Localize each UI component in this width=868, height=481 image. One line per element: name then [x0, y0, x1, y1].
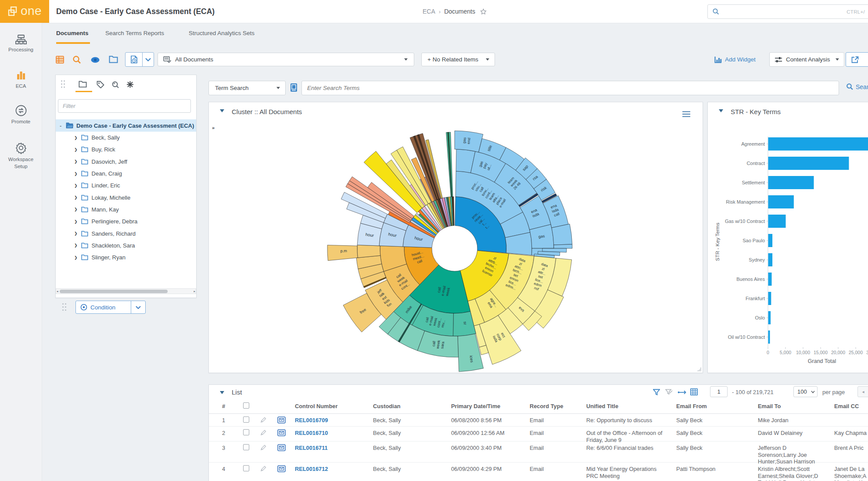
condition-button[interactable]: Condition — [75, 301, 146, 314]
sunburst-segment[interactable] — [554, 244, 572, 248]
folder-tab-icon[interactable] — [79, 81, 87, 88]
tree-folder-row[interactable]: ❯Beck, Sally — [56, 132, 196, 144]
scroll-right-arrow[interactable]: ▸ — [194, 290, 195, 293]
first-page-button[interactable]: ◂ — [857, 386, 868, 397]
scroll-thumb[interactable] — [60, 290, 168, 293]
bar-risk-management[interactable] — [768, 195, 794, 208]
filter-funnel-icon[interactable] — [653, 389, 660, 395]
tree-folder-row[interactable]: ❯Linder, Eric — [56, 179, 196, 191]
search-documents-icon[interactable] — [72, 55, 81, 64]
email-document-icon[interactable] — [277, 465, 286, 472]
chevron-right-icon[interactable]: ❯ — [74, 243, 78, 248]
condition-dropdown[interactable] — [131, 301, 145, 313]
view-selector[interactable]: All Documents — [158, 53, 414, 66]
document-view-button[interactable] — [126, 53, 143, 66]
tree-folder-row[interactable]: ❯Mann, Kay — [56, 204, 196, 215]
row-checkbox[interactable] — [243, 416, 249, 423]
tree-folder-row[interactable]: ❯Perlingiere, Debra — [56, 215, 196, 227]
tree-root-row[interactable]: -Demo Case - Early Case Assessment (ECA) — [56, 119, 196, 132]
chevron-right-icon[interactable]: ❯ — [74, 231, 78, 236]
chevron-right-icon[interactable]: ❯ — [74, 207, 78, 212]
bar-sao-paulo[interactable] — [768, 234, 773, 247]
control-number-link[interactable]: REL0016711 — [295, 445, 328, 452]
folder-icon[interactable] — [109, 56, 118, 63]
chevron-right-icon[interactable]: ❯ — [74, 159, 78, 164]
add-widget-button[interactable]: Add Widget — [714, 53, 756, 66]
col-header-control[interactable]: Control Number — [295, 403, 337, 410]
sunburst-segment[interactable] — [357, 245, 380, 258]
term-search-input[interactable] — [301, 81, 839, 95]
chevron-right-icon[interactable]: ❯ — [74, 195, 78, 200]
table-row[interactable]: 1REL0016709Beck, Sally06/08/2000 8:56 PM… — [209, 414, 868, 427]
email-document-icon[interactable] — [277, 444, 286, 451]
table-row[interactable]: 3REL0016711Beck, Sally06/09/2000 3:40 PM… — [209, 442, 868, 463]
str-key-terms-bar-chart[interactable]: AgreementContractSettlementRisk Manageme… — [708, 102, 868, 373]
chevron-right-icon[interactable]: ❯ — [74, 255, 78, 260]
tree-folder-row[interactable]: ❯Sanders, Richard — [56, 227, 196, 239]
breadcrumb-documents[interactable]: Documents — [444, 8, 475, 15]
search-index-icon[interactable] — [290, 83, 298, 93]
tab-structured-analytics-sets[interactable]: Structured Analytics Sets — [189, 30, 255, 36]
col-header-cc[interactable]: Email CC — [834, 403, 859, 410]
tree-folder-row[interactable]: ❯Lokay, Michelle — [56, 191, 196, 203]
bar-oil-w-10-contract[interactable] — [768, 330, 770, 344]
sidebar-item-eca[interactable]: ECA — [0, 70, 42, 90]
scroll-left-arrow[interactable]: ◂ — [57, 290, 58, 293]
clear-filter-icon[interactable] — [665, 389, 673, 395]
bar-contract[interactable] — [768, 157, 849, 170]
panel-drag-handle[interactable] — [61, 80, 65, 88]
page-number-input[interactable] — [710, 386, 728, 397]
email-document-icon[interactable] — [277, 416, 286, 424]
preview-eye-icon[interactable] — [90, 57, 100, 63]
bar-agreement[interactable] — [768, 137, 868, 151]
breadcrumb-eca[interactable]: ECA — [423, 8, 435, 15]
tab-documents[interactable]: Documents — [56, 30, 89, 36]
col-header-num[interactable]: # — [222, 403, 225, 410]
edit-pencil-icon[interactable] — [260, 416, 267, 424]
table-row[interactable]: 2REL0016710Beck, Sally06/09/2000 12:56 A… — [209, 427, 868, 442]
row-checkbox[interactable] — [243, 429, 249, 435]
col-header-type[interactable]: Record Type — [530, 403, 563, 410]
page-size-selector[interactable]: 100 — [793, 386, 818, 397]
select-all-checkbox[interactable] — [243, 402, 249, 409]
bar-gas-w-10-contract[interactable] — [768, 215, 786, 228]
tree-h-scrollbar[interactable]: ◂▸ — [56, 288, 196, 294]
tree-filter-input[interactable] — [58, 99, 191, 113]
app-logo[interactable]: one — [0, 0, 49, 23]
global-search-box[interactable]: CTRL+/ — [707, 4, 868, 19]
col-header-title[interactable]: Unified Title — [586, 403, 618, 410]
chevron-right-icon[interactable]: ❯ — [74, 136, 78, 140]
bar-settlement[interactable] — [768, 176, 814, 189]
edit-pencil-icon[interactable] — [260, 444, 267, 451]
tree-folder-row[interactable]: ❯Shackleton, Sara — [56, 240, 196, 251]
search-mode-selector[interactable]: Term Search — [208, 81, 286, 95]
chevron-right-icon[interactable]: ❯ — [74, 147, 78, 152]
bar-sydney[interactable] — [768, 253, 773, 266]
control-number-link[interactable]: REL0016710 — [295, 430, 328, 437]
bar-oslo[interactable] — [768, 311, 771, 324]
content-analysis-selector[interactable]: Content Analysis — [769, 52, 844, 67]
col-header-date[interactable]: Primary Date/Time — [451, 403, 500, 410]
sidebar-item-workspace-setup[interactable]: Workspace Setup — [0, 141, 42, 170]
control-number-link[interactable]: REL0016709 — [295, 417, 328, 424]
row-checkbox[interactable] — [243, 444, 249, 450]
table-row[interactable]: 4REL0016712Beck, Sally06/09/2000 4:29 PM… — [209, 463, 868, 481]
tree-folder-row[interactable]: ❯Dasovich, Jeff — [56, 156, 196, 168]
grid-view-icon[interactable] — [690, 388, 698, 395]
sidebar-item-promote[interactable]: Promote — [0, 104, 42, 126]
favorite-star-icon[interactable] — [480, 8, 487, 15]
related-items-selector[interactable]: + No Related Items — [421, 53, 495, 66]
document-view-dropdown[interactable] — [143, 53, 154, 66]
col-header-to[interactable]: Email To — [758, 403, 781, 410]
cluster-tab-icon[interactable] — [126, 81, 134, 88]
search-button[interactable]: Search — [846, 83, 868, 90]
col-header-from[interactable]: Email From — [676, 403, 707, 410]
collapse-caret-icon[interactable] — [220, 391, 224, 394]
pop-out-button[interactable] — [846, 52, 868, 67]
row-checkbox[interactable] — [243, 465, 249, 471]
browse-layout-icon[interactable] — [56, 56, 64, 64]
chevron-right-icon[interactable]: ❯ — [74, 172, 78, 176]
tree-folder-row[interactable]: ❯Slinger, Ryan — [56, 251, 196, 263]
tab-search-terms-reports[interactable]: Search Terms Reports — [105, 30, 164, 36]
cluster-sunburst-chart[interactable]: proc...revie...cal...f...t...proc...usu.… — [209, 102, 703, 373]
